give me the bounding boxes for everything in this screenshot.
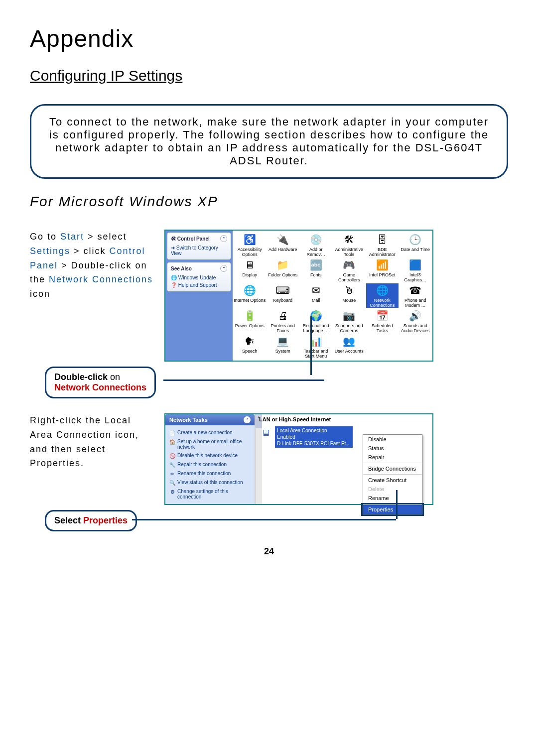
cp-item-add-hardware[interactable]: 🔌Add Hardware [267,233,299,257]
cp-icon: 💿 [309,233,323,247]
cp-item-power-options[interactable]: 🔋Power Options [234,309,266,333]
callout-properties: Select Properties [45,510,137,531]
cp-icon: 🔌 [276,233,290,247]
cp-item-date-and-time[interactable]: 🕒Date and Time [400,233,432,257]
cp-item-taskbar-and-start-menu[interactable]: 📊Taskbar and Start Menu [300,334,332,359]
connector-line [396,490,398,519]
cp-icon: 📷 [342,309,356,323]
network-icon: 🖥 [259,426,272,439]
control-panel-screenshot: 🛠 Control Panel⌃ ➜ Switch to Category Vi… [164,230,433,362]
network-task-link[interactable]: 🚫Disable this network device [169,451,251,460]
network-tasks-title: Network Tasks [169,417,208,423]
cp-item-mouse[interactable]: 🖱Mouse [333,283,366,308]
network-task-link[interactable]: ✏Rename this connection [169,469,251,478]
cp-item-internet-options[interactable]: 🌐Internet Options [234,283,266,308]
cp-icon: 🔋 [243,309,257,323]
network-task-link[interactable]: 🏠Set up a home or small office network [169,437,251,451]
cp-icon: ✉ [309,283,323,297]
cp-icon: 📅 [375,309,389,323]
cp-icon: ☎ [408,283,422,297]
menu-item-status[interactable]: Status [363,444,422,453]
page-title: Appendix [30,25,508,52]
cp-icon: 📁 [276,258,290,272]
cp-item-phone-and-modem[interactable]: ☎Phone and Modem … [400,283,432,308]
cp-title: Control Panel [177,236,210,242]
intro-box: To connect to the network, make sure the… [30,104,508,179]
menu-item-repair[interactable]: Repair [363,453,422,462]
task-icon: 🔧 [169,462,175,468]
cp-icon: 🛠 [342,233,356,247]
network-connections-screenshot: Network Tasks⌃ 📄Create a new connection🏠… [164,413,433,505]
menu-item-rename[interactable]: Rename [363,494,422,503]
step1-text: Go to Start > select Settings > click Co… [30,230,154,362]
connector-line [132,519,396,520]
switch-view-link[interactable]: ➜ Switch to Category View [171,244,227,257]
windows-update-link[interactable]: 🌐 Windows Update [171,274,227,281]
context-menu: DisableStatusRepairBridge ConnectionsCre… [363,434,422,514]
collapse-icon[interactable]: ⌃ [244,416,251,423]
menu-item-disable[interactable]: Disable [363,435,422,444]
network-task-link[interactable]: 🔍View status of this connection [169,478,251,487]
os-heading: For Microsoft Windows XP [30,194,508,210]
cp-icon: 📶 [375,258,389,272]
step2-text: Right-click the Local Area Connection ic… [30,413,154,505]
cp-item-game-controllers[interactable]: 🎮Game Controllers [333,258,366,282]
network-task-link[interactable]: 📄Create a new connection [169,428,251,437]
cp-item-speech[interactable]: 🗣Speech [234,334,266,359]
menu-item-create-shortcut[interactable]: Create Shortcut [363,476,422,485]
cp-item-system[interactable]: 💻System [267,334,299,359]
cp-icon: 🕒 [408,233,422,247]
see-also-label: See Also [171,266,192,271]
cp-icon: 🎮 [342,258,356,272]
cp-icon: 🌐 [243,283,257,297]
cp-item-add-or-remov[interactable]: 💿Add or Remov… [300,233,332,257]
cp-icon: 👥 [342,334,356,348]
cp-icon: 🔤 [309,258,323,272]
cp-icon: 🗣 [243,334,257,348]
cp-item-scanners-and-cameras[interactable]: 📷Scanners and Cameras [333,309,366,333]
network-task-link[interactable]: ⚙Change settings of this connection [169,487,251,501]
cp-item-intel-proset[interactable]: 📶Intel PROSet [366,258,399,282]
cp-item-folder-options[interactable]: 📁Folder Options [267,258,299,282]
cp-item-fonts[interactable]: 🔤Fonts [300,258,332,282]
cp-icon: 🖱 [342,283,356,297]
cp-item-printers-and-faxes[interactable]: 🖨Printers and Faxes [267,309,299,333]
section-title: Configuring IP Settings [30,67,508,84]
help-support-link[interactable]: ❓ Help and Support [171,281,227,289]
cp-item-scheduled-tasks[interactable]: 📅Scheduled Tasks [366,309,399,333]
cp-icon: 💻 [276,334,290,348]
cp-icon: ⌨ [276,283,290,297]
collapse-icon[interactable]: ⌃ [220,265,227,272]
callout-network-connections: Double-click on Network Connections [45,367,156,398]
cp-icon: 🖥 [243,258,257,272]
cp-item-accessibility-options[interactable]: ♿Accessibility Options [234,233,266,257]
task-icon: ⚙ [169,489,175,495]
menu-item-bridge-connections[interactable]: Bridge Connections [363,464,422,473]
cp-icon: 🔊 [408,309,422,323]
cp-icon: 🖨 [276,309,290,323]
cp-item-sounds-and-audio-devices[interactable]: 🔊Sounds and Audio Devices [400,309,432,333]
cp-icon: 🌐 [375,283,389,297]
cp-icon: 🗄 [375,233,389,247]
network-task-link[interactable]: 🔧Repair this connection [169,460,251,469]
cp-item-intel-graphics[interactable]: 🟦Intel® Graphics… [400,258,432,282]
cp-item-display[interactable]: 🖥Display [234,258,266,282]
lan-section-header: LAN or High-Speed Internet [259,416,428,422]
cp-item-keyboard[interactable]: ⌨Keyboard [267,283,299,308]
cp-item-network-connections[interactable]: 🌐Network Connections [366,283,399,308]
cp-item-mail[interactable]: ✉Mail [300,283,332,308]
cp-item-user-accounts[interactable]: 👥User Accounts [333,334,366,359]
cp-icon: ♿ [243,233,257,247]
page-number: 24 [30,546,508,557]
connector-line [163,379,324,381]
collapse-icon[interactable]: ⌃ [220,235,227,242]
menu-item-delete: Delete [363,485,422,494]
task-icon: ✏ [169,471,175,477]
task-icon: 🔍 [169,480,175,486]
task-icon: 📄 [169,430,175,436]
task-icon: 🚫 [169,453,175,459]
cp-item-bde-administrator[interactable]: 🗄BDE Administrator [366,233,399,257]
cp-icon: 🟦 [408,258,422,272]
cp-item-administrative-tools[interactable]: 🛠Administrative Tools [333,233,366,257]
cp-item-regional-and-language[interactable]: 🌍Regional and Language … [300,309,332,333]
